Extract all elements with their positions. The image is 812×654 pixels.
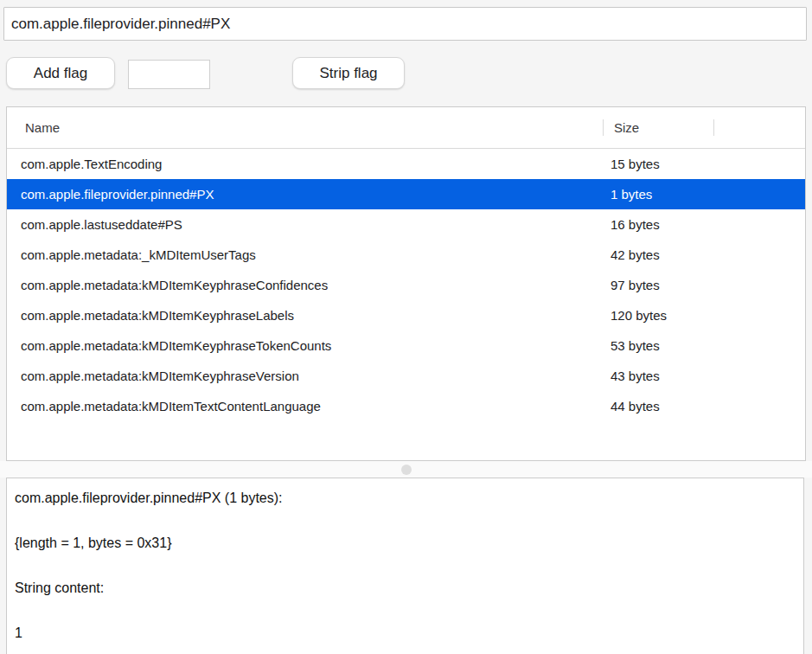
add-flag-button[interactable]: Add flag [6,57,115,89]
attribute-name-cell: com.apple.metadata:_kMDItemUserTags [7,247,603,262]
detail-line-title: com.apple.fileprovider.pinned#PX (1 byte… [15,489,795,507]
flag-value-input[interactable] [128,60,210,89]
pane-splitter[interactable] [0,461,812,478]
table-row[interactable]: com.apple.lastuseddate#PS16 bytes [7,209,805,240]
table-row[interactable]: com.apple.metadata:kMDItemKeyphraseConfi… [7,270,805,300]
attribute-size-cell: 97 bytes [603,278,713,292]
detail-pane: com.apple.fileprovider.pinned#PX (1 byte… [6,478,804,654]
attribute-name-input[interactable] [3,7,807,41]
attribute-name-cell: com.apple.metadata:kMDItemKeyphraseVersi… [7,369,603,383]
attribute-size-cell: 15 bytes [603,157,713,171]
table-row[interactable]: com.apple.metadata:_kMDItemUserTags42 by… [7,240,805,270]
detail-line-bytes: {length = 1, bytes = 0x31} [15,534,795,552]
table-row[interactable]: com.apple.metadata:kMDItemKeyphraseLabel… [7,300,805,330]
table-row[interactable]: com.apple.metadata:kMDItemKeyphraseToken… [7,330,805,361]
column-header-spacer [713,107,805,148]
xattr-editor-window: Add flag Strip flag Name Size com.apple.… [0,0,812,654]
splitter-handle-icon [401,465,412,475]
attribute-size-cell: 44 bytes [603,399,713,414]
table-row[interactable]: com.apple.metadata:kMDItemKeyphraseVersi… [7,361,805,391]
table-row[interactable]: com.apple.TextEncoding15 bytes [7,149,805,179]
column-header-name[interactable]: Name [7,107,603,148]
table-row[interactable]: com.apple.metadata:kMDItemTextContentLan… [7,391,805,421]
attribute-size-cell: 16 bytes [603,217,713,232]
attribute-size-cell: 43 bytes [603,369,713,383]
column-header-size[interactable]: Size [603,107,713,148]
attribute-name-cell: com.apple.metadata:kMDItemKeyphraseLabel… [7,308,603,323]
strip-flag-button[interactable]: Strip flag [292,57,405,89]
attribute-name-cell: com.apple.metadata:kMDItemKeyphraseConfi… [7,278,603,292]
detail-line-string-content-label: String content: [15,579,795,597]
table-body: com.apple.TextEncoding15 bytescom.apple.… [7,149,805,421]
attribute-size-cell: 53 bytes [603,338,713,353]
attribute-size-cell: 120 bytes [603,308,713,323]
table-header: Name Size [7,107,805,149]
toolbar: Add flag Strip flag [0,56,812,91]
detail-line-string-value: 1 [15,624,795,642]
attribute-name-cell: com.apple.metadata:kMDItemKeyphraseToken… [7,338,603,353]
attribute-size-cell: 42 bytes [603,247,713,262]
table-row[interactable]: com.apple.fileprovider.pinned#PX1 bytes [7,179,805,209]
attribute-name-cell: com.apple.metadata:kMDItemTextContentLan… [7,399,603,414]
attribute-size-cell: 1 bytes [603,187,713,202]
attributes-table: Name Size com.apple.TextEncoding15 bytes… [6,106,806,461]
attribute-name-cell: com.apple.TextEncoding [7,157,603,171]
attribute-name-cell: com.apple.lastuseddate#PS [7,217,603,232]
attribute-name-cell: com.apple.fileprovider.pinned#PX [7,187,603,202]
